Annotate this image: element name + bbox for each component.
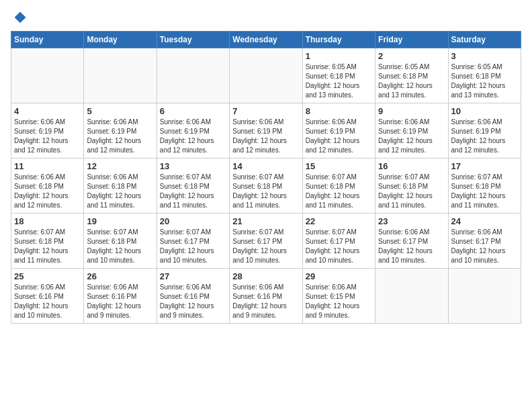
day-info: Sunrise: 6:06 AMSunset: 6:19 PMDaylight:…	[378, 118, 445, 155]
day-info: Sunrise: 6:06 AMSunset: 6:17 PMDaylight:…	[451, 228, 518, 265]
calendar-cell: 7Sunrise: 6:06 AMSunset: 6:19 PMDaylight…	[230, 103, 302, 158]
logo	[11, 11, 27, 24]
calendar-table: SundayMondayTuesdayWednesdayThursdayFrid…	[11, 31, 521, 324]
day-number: 12	[87, 161, 153, 171]
day-number: 23	[378, 216, 445, 226]
calendar-cell: 12Sunrise: 6:06 AMSunset: 6:18 PMDayligh…	[84, 158, 157, 214]
day-number: 21	[232, 216, 299, 226]
day-info: Sunrise: 6:06 AMSunset: 6:18 PMDaylight:…	[87, 173, 153, 210]
calendar-header-row: SundayMondayTuesdayWednesdayThursdayFrid…	[11, 32, 521, 48]
calendar-cell: 22Sunrise: 6:07 AMSunset: 6:17 PMDayligh…	[302, 214, 375, 269]
day-info: Sunrise: 6:07 AMSunset: 6:18 PMDaylight:…	[378, 173, 445, 210]
calendar-cell: 28Sunrise: 6:06 AMSunset: 6:16 PMDayligh…	[230, 269, 302, 324]
day-info: Sunrise: 6:05 AMSunset: 6:18 PMDaylight:…	[451, 62, 518, 100]
day-number: 25	[14, 271, 81, 281]
header-day-friday: Friday	[375, 32, 448, 48]
day-number: 16	[378, 161, 445, 171]
page-header	[11, 11, 521, 24]
day-number: 18	[14, 216, 81, 226]
day-number: 14	[232, 161, 299, 171]
calendar-cell: 26Sunrise: 6:06 AMSunset: 6:16 PMDayligh…	[84, 269, 157, 324]
calendar-cell: 3Sunrise: 6:05 AMSunset: 6:18 PMDaylight…	[448, 48, 521, 103]
logo-icon	[13, 11, 27, 24]
calendar-week-2: 4Sunrise: 6:06 AMSunset: 6:19 PMDaylight…	[11, 103, 521, 158]
day-info: Sunrise: 6:06 AMSunset: 6:19 PMDaylight:…	[87, 118, 153, 155]
day-info: Sunrise: 6:07 AMSunset: 6:17 PMDaylight:…	[306, 228, 372, 265]
day-number: 17	[451, 161, 518, 171]
calendar-cell	[84, 48, 157, 103]
day-number: 19	[87, 216, 153, 226]
day-number: 10	[451, 106, 518, 116]
day-number: 13	[160, 161, 226, 171]
day-number: 8	[306, 106, 372, 116]
day-info: Sunrise: 6:06 AMSunset: 6:15 PMDaylight:…	[306, 283, 372, 320]
day-number: 11	[14, 161, 81, 171]
calendar-cell	[11, 48, 84, 103]
calendar-cell	[230, 48, 302, 103]
day-info: Sunrise: 6:07 AMSunset: 6:18 PMDaylight:…	[306, 173, 372, 210]
calendar-cell: 10Sunrise: 6:06 AMSunset: 6:19 PMDayligh…	[448, 103, 521, 158]
calendar-cell: 2Sunrise: 6:05 AMSunset: 6:18 PMDaylight…	[375, 48, 448, 103]
calendar-cell: 23Sunrise: 6:06 AMSunset: 6:17 PMDayligh…	[375, 214, 448, 269]
day-number: 4	[14, 106, 81, 116]
day-number: 5	[87, 106, 153, 116]
calendar-week-5: 25Sunrise: 6:06 AMSunset: 6:16 PMDayligh…	[11, 269, 521, 324]
header-day-tuesday: Tuesday	[157, 32, 229, 48]
calendar-cell: 17Sunrise: 6:07 AMSunset: 6:18 PMDayligh…	[448, 158, 521, 214]
calendar-cell: 6Sunrise: 6:06 AMSunset: 6:19 PMDaylight…	[157, 103, 229, 158]
calendar-week-4: 18Sunrise: 6:07 AMSunset: 6:18 PMDayligh…	[11, 214, 521, 269]
day-number: 3	[451, 51, 518, 61]
day-info: Sunrise: 6:07 AMSunset: 6:17 PMDaylight:…	[160, 228, 226, 265]
day-info: Sunrise: 6:07 AMSunset: 6:18 PMDaylight:…	[451, 173, 518, 210]
calendar-cell: 9Sunrise: 6:06 AMSunset: 6:19 PMDaylight…	[375, 103, 448, 158]
calendar-cell: 16Sunrise: 6:07 AMSunset: 6:18 PMDayligh…	[375, 158, 448, 214]
calendar-cell: 18Sunrise: 6:07 AMSunset: 6:18 PMDayligh…	[11, 214, 84, 269]
calendar-cell	[375, 269, 448, 324]
calendar-cell: 14Sunrise: 6:07 AMSunset: 6:18 PMDayligh…	[230, 158, 302, 214]
calendar-cell: 19Sunrise: 6:07 AMSunset: 6:18 PMDayligh…	[84, 214, 157, 269]
calendar-cell: 24Sunrise: 6:06 AMSunset: 6:17 PMDayligh…	[448, 214, 521, 269]
calendar-cell: 1Sunrise: 6:05 AMSunset: 6:18 PMDaylight…	[302, 48, 375, 103]
calendar-cell: 8Sunrise: 6:06 AMSunset: 6:19 PMDaylight…	[302, 103, 375, 158]
calendar-week-3: 11Sunrise: 6:06 AMSunset: 6:18 PMDayligh…	[11, 158, 521, 214]
day-number: 2	[378, 51, 445, 61]
calendar-cell	[448, 269, 521, 324]
header-day-monday: Monday	[84, 32, 157, 48]
day-info: Sunrise: 6:06 AMSunset: 6:16 PMDaylight:…	[14, 283, 81, 320]
calendar-week-1: 1Sunrise: 6:05 AMSunset: 6:18 PMDaylight…	[11, 48, 521, 103]
day-info: Sunrise: 6:07 AMSunset: 6:18 PMDaylight:…	[14, 228, 81, 265]
day-number: 28	[232, 271, 299, 281]
day-info: Sunrise: 6:06 AMSunset: 6:19 PMDaylight:…	[451, 118, 518, 155]
day-info: Sunrise: 6:06 AMSunset: 6:17 PMDaylight:…	[378, 228, 445, 265]
day-number: 9	[378, 106, 445, 116]
day-info: Sunrise: 6:06 AMSunset: 6:16 PMDaylight:…	[160, 283, 226, 320]
day-number: 6	[160, 106, 226, 116]
day-info: Sunrise: 6:07 AMSunset: 6:18 PMDaylight:…	[160, 173, 226, 210]
calendar-cell: 11Sunrise: 6:06 AMSunset: 6:18 PMDayligh…	[11, 158, 84, 214]
day-info: Sunrise: 6:07 AMSunset: 6:17 PMDaylight:…	[232, 228, 299, 265]
day-info: Sunrise: 6:07 AMSunset: 6:18 PMDaylight:…	[232, 173, 299, 210]
day-info: Sunrise: 6:05 AMSunset: 6:18 PMDaylight:…	[306, 62, 372, 100]
calendar-cell: 5Sunrise: 6:06 AMSunset: 6:19 PMDaylight…	[84, 103, 157, 158]
day-info: Sunrise: 6:06 AMSunset: 6:16 PMDaylight:…	[232, 283, 299, 320]
calendar-cell: 21Sunrise: 6:07 AMSunset: 6:17 PMDayligh…	[230, 214, 302, 269]
calendar-cell: 29Sunrise: 6:06 AMSunset: 6:15 PMDayligh…	[302, 269, 375, 324]
day-number: 26	[87, 271, 153, 281]
day-info: Sunrise: 6:06 AMSunset: 6:19 PMDaylight:…	[306, 118, 372, 155]
calendar-cell: 4Sunrise: 6:06 AMSunset: 6:19 PMDaylight…	[11, 103, 84, 158]
day-info: Sunrise: 6:06 AMSunset: 6:18 PMDaylight:…	[14, 173, 81, 210]
day-info: Sunrise: 6:06 AMSunset: 6:19 PMDaylight:…	[14, 118, 81, 155]
calendar-cell	[157, 48, 229, 103]
day-number: 20	[160, 216, 226, 226]
header-day-sunday: Sunday	[11, 32, 84, 48]
day-number: 29	[306, 271, 372, 281]
day-number: 7	[232, 106, 299, 116]
calendar-cell: 15Sunrise: 6:07 AMSunset: 6:18 PMDayligh…	[302, 158, 375, 214]
header-day-wednesday: Wednesday	[230, 32, 302, 48]
day-number: 1	[306, 51, 372, 61]
calendar-cell: 25Sunrise: 6:06 AMSunset: 6:16 PMDayligh…	[11, 269, 84, 324]
day-info: Sunrise: 6:06 AMSunset: 6:16 PMDaylight:…	[87, 283, 153, 320]
calendar-cell: 27Sunrise: 6:06 AMSunset: 6:16 PMDayligh…	[157, 269, 229, 324]
day-info: Sunrise: 6:07 AMSunset: 6:18 PMDaylight:…	[87, 228, 153, 265]
day-info: Sunrise: 6:05 AMSunset: 6:18 PMDaylight:…	[378, 62, 445, 100]
